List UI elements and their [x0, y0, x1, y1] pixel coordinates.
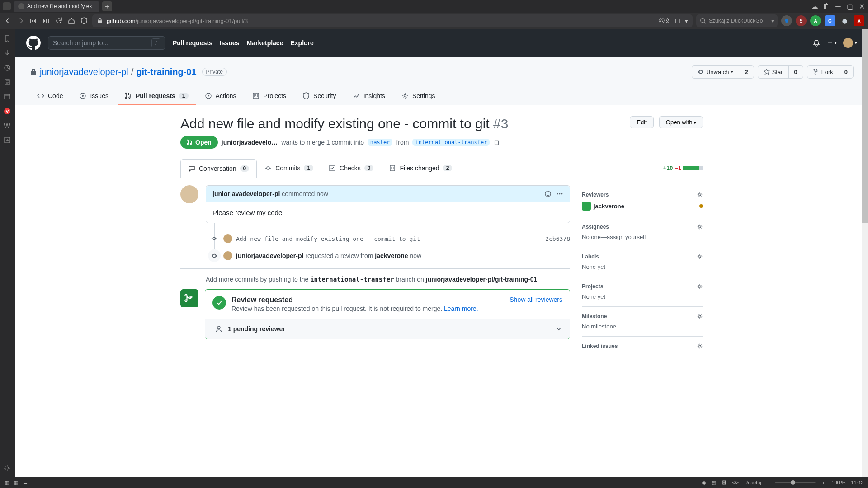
statusbar-image-icon[interactable]: 🖼	[722, 480, 726, 485]
user-menu[interactable]: ▾	[843, 38, 857, 48]
statusbar-capture-icon[interactable]: ◉	[702, 480, 706, 486]
tab-security[interactable]: Security	[295, 88, 344, 105]
milestone-heading[interactable]: Milestone	[582, 313, 607, 319]
new-tab-button[interactable]: ＋	[102, 1, 112, 11]
comment-author[interactable]: juniorjavadeveloper-pl	[212, 190, 280, 197]
linked-issues-heading[interactable]: Linked issues	[582, 343, 618, 349]
bookmark-icon[interactable]: ☐	[675, 18, 680, 24]
copy-icon[interactable]	[493, 139, 500, 145]
review-request-actor[interactable]: juniorjavadeveloper-pl	[236, 252, 303, 259]
statusbar-reset-zoom[interactable]: Resetuj	[745, 480, 761, 485]
reviewer-avatar[interactable]	[582, 202, 591, 211]
zoom-out-button[interactable]: −	[767, 480, 769, 485]
tab-actions[interactable]: Actions	[198, 88, 244, 105]
extension-a-icon[interactable]: A	[810, 15, 821, 26]
tab-files[interactable]: Files changed2	[381, 159, 460, 178]
panel-downloads-icon[interactable]	[4, 50, 12, 58]
repo-owner-link[interactable]: juniorjavadeveloper-pl	[40, 67, 128, 77]
open-with-button[interactable]: Open with ▾	[659, 116, 703, 128]
nav-issues[interactable]: Issues	[220, 39, 240, 47]
gear-icon[interactable]	[697, 253, 703, 260]
gear-icon[interactable]	[697, 343, 703, 349]
extension-adobe-icon[interactable]: A	[854, 15, 864, 26]
pr-author[interactable]: juniorjavadevelo…	[222, 139, 278, 146]
panel-wikipedia-icon[interactable]: W	[4, 122, 12, 130]
profile-icon[interactable]: 👤	[781, 15, 792, 26]
search-engine-bar[interactable]: Szukaj z DuckDuckGo ▾	[696, 14, 778, 27]
star-button[interactable]: Star 0	[758, 65, 803, 79]
forward-button[interactable]	[16, 16, 25, 25]
comment-author-avatar[interactable]	[180, 185, 198, 203]
trash-icon[interactable]: 🗑	[823, 3, 830, 10]
reviewer-name[interactable]: jackverone	[594, 203, 624, 210]
commit-message[interactable]: Add new file and modify existing one - c…	[236, 235, 420, 242]
cloud-icon[interactable]: ☁	[811, 3, 818, 10]
watch-count[interactable]: 2	[739, 69, 753, 75]
fastforward-button[interactable]: ⏭	[42, 16, 51, 25]
gear-icon[interactable]	[697, 283, 703, 290]
tab-code[interactable]: Code	[30, 88, 70, 105]
statusbar-tile-icon[interactable]: ▦	[14, 480, 18, 486]
panel-settings-icon[interactable]	[4, 465, 12, 473]
tab-conversation[interactable]: Conversation0	[180, 159, 257, 178]
assignees-value[interactable]: No one—assign yourself	[582, 234, 703, 240]
zoom-in-button[interactable]: ＋	[821, 479, 826, 486]
github-logo-icon[interactable]	[26, 36, 41, 50]
scrollbar[interactable]	[862, 29, 868, 477]
star-count[interactable]: 0	[789, 69, 803, 75]
learn-more-link[interactable]: Learn more.	[444, 305, 478, 312]
statusbar-sync-icon[interactable]: ☁	[23, 480, 28, 486]
commit-sha[interactable]: 2cb6378	[545, 235, 570, 242]
head-branch[interactable]: international-transfer	[412, 139, 490, 146]
edit-button[interactable]: Edit	[630, 116, 653, 128]
gear-icon[interactable]	[697, 313, 703, 319]
extension-dark-icon[interactable]: ⬤	[839, 15, 850, 26]
minimize-button[interactable]: ─	[835, 3, 842, 10]
base-branch[interactable]: master	[368, 139, 392, 146]
reload-button[interactable]	[54, 16, 63, 25]
chevron-down-icon[interactable]: ▾	[771, 18, 774, 24]
statusbar-pageactions-icon[interactable]: ▧	[712, 480, 716, 486]
show-reviewers-link[interactable]: Show all reviewers	[509, 296, 562, 303]
extension-translate-icon[interactable]: G	[825, 15, 835, 26]
nav-marketplace[interactable]: Marketplace	[247, 39, 283, 47]
gear-icon[interactable]	[697, 224, 703, 230]
tab-projects[interactable]: Projects	[245, 88, 293, 105]
fork-count[interactable]: 0	[839, 69, 853, 75]
tab-pulls[interactable]: Pull requests1	[118, 88, 196, 105]
fork-button[interactable]: Fork 0	[807, 65, 854, 79]
assignees-heading[interactable]: Assignees	[582, 224, 609, 230]
home-button[interactable]	[67, 16, 76, 25]
panel-notes-icon[interactable]	[4, 79, 12, 87]
extension-noscript-icon[interactable]: S	[796, 15, 807, 26]
nav-explore[interactable]: Explore	[290, 39, 313, 47]
zoom-slider[interactable]	[775, 482, 816, 483]
statusbar-code-icon[interactable]: </>	[732, 480, 739, 485]
repo-name-link[interactable]: git-training-01	[136, 67, 196, 77]
chevron-down-icon[interactable]	[555, 325, 562, 333]
commit-author-avatar[interactable]	[223, 234, 232, 243]
nav-pulls[interactable]: Pull requests	[173, 39, 212, 47]
tab-insights[interactable]: Insights	[345, 88, 392, 105]
tab-checks[interactable]: Checks0	[321, 159, 381, 178]
github-search-input[interactable]: Search or jump to... /	[48, 36, 165, 50]
tab-settings[interactable]: Settings	[394, 88, 443, 105]
review-request-reviewer[interactable]: jackverone	[375, 252, 408, 259]
panel-vivaldi-icon[interactable]	[4, 108, 12, 116]
create-new-dropdown[interactable]: ＋▾	[826, 38, 837, 48]
panel-bookmarks-icon[interactable]	[4, 35, 12, 43]
tab-commits[interactable]: Commits1	[257, 159, 321, 178]
projects-heading[interactable]: Projects	[582, 283, 603, 290]
panel-add-icon[interactable]	[4, 136, 12, 145]
actor-avatar[interactable]	[223, 251, 232, 260]
url-bar[interactable]: github.com/juniorjavadeveloper-pl/git-tr…	[92, 14, 693, 27]
browser-tab[interactable]: Add new file and modify ex	[14, 1, 99, 12]
labels-heading[interactable]: Labels	[582, 253, 599, 260]
tab-issues[interactable]: Issues	[72, 88, 115, 105]
kebab-icon[interactable]	[556, 190, 563, 197]
maximize-button[interactable]: ▢	[846, 3, 854, 10]
close-button[interactable]: ✕	[858, 3, 865, 10]
translate-icon[interactable]: Ⓐ文	[659, 17, 670, 25]
statusbar-panel-icon[interactable]: ▥	[5, 480, 9, 486]
rewind-button[interactable]: ⏮	[29, 16, 38, 25]
